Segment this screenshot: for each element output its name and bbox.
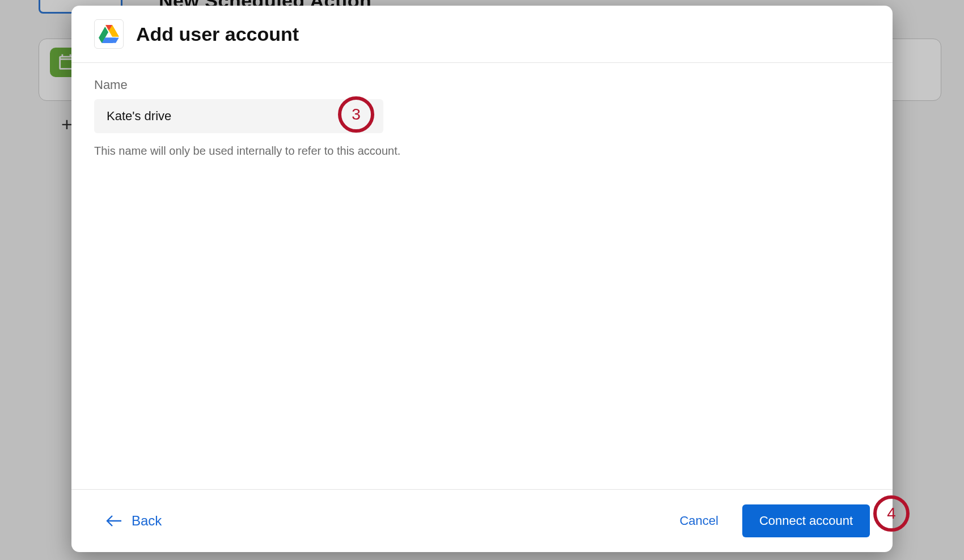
helper-text: This name will only be used internally t… xyxy=(94,145,870,158)
account-name-input[interactable] xyxy=(94,99,383,133)
name-label: Name xyxy=(94,78,870,92)
connect-account-button[interactable]: Connect account xyxy=(742,504,870,537)
modal-scrollbar[interactable] xyxy=(881,69,890,421)
add-icon: + xyxy=(61,113,73,135)
modal-footer: Back Cancel Connect account xyxy=(71,489,893,552)
modal-header: Add user account xyxy=(71,6,893,63)
modal-title: Add user account xyxy=(136,23,299,45)
modal-body: Name This name will only be used interna… xyxy=(71,63,893,489)
add-user-account-modal: Add user account Name This name will onl… xyxy=(71,6,893,552)
back-label: Back xyxy=(132,513,162,529)
arrow-left-icon xyxy=(105,515,122,527)
google-drive-icon xyxy=(94,19,124,49)
cancel-button[interactable]: Cancel xyxy=(665,506,733,536)
back-button[interactable]: Back xyxy=(105,513,162,529)
